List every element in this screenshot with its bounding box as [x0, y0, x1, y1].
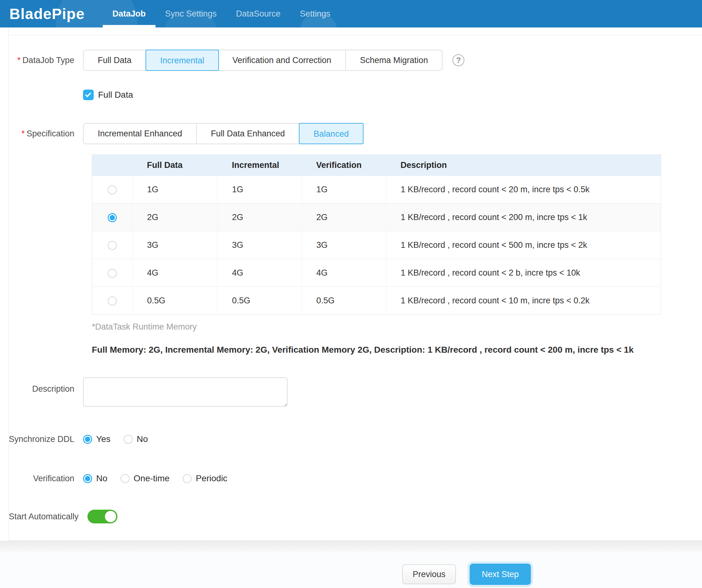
nav-tab-datasource[interactable]: DataSource — [226, 0, 290, 27]
col-header-description: Description — [386, 155, 661, 176]
brand-logo: BladePipe — [9, 5, 85, 22]
full-data-checkbox[interactable] — [83, 90, 94, 100]
checkmark-icon — [85, 91, 91, 97]
panel-bottom-border — [8, 541, 702, 541]
previous-button[interactable]: Previous — [402, 564, 456, 584]
col-header-incremental: Incremental — [218, 155, 302, 176]
full-data-checkbox-row: Full Data — [9, 90, 702, 100]
full-data-checkbox-label[interactable]: Full Data — [98, 90, 133, 100]
cell-full-data: 0.5G — [133, 287, 218, 315]
cell-full-data: 3G — [133, 231, 218, 259]
verification-radio-one-time[interactable] — [121, 474, 130, 483]
row-radio-4g[interactable] — [108, 269, 117, 278]
cell-verification: 3G — [302, 231, 386, 259]
cell-verification: 2G — [302, 203, 386, 231]
table-row: 3G 3G 3G 1 KB/record , record count < 50… — [92, 231, 661, 259]
footer: Previous Next Step — [0, 541, 702, 588]
specification-button-group: Incremental Enhanced Full Data Enhanced … — [83, 123, 363, 144]
description-textarea[interactable] — [83, 377, 287, 407]
description-label: Description — [9, 377, 83, 394]
verification-radio-periodic[interactable] — [183, 474, 192, 483]
start-automatically-row: Start Automatically — [9, 510, 702, 524]
radio-column-header — [92, 155, 133, 176]
footer-gradient — [0, 541, 702, 553]
cell-description: 1 KB/record , record count < 200 m, incr… — [386, 203, 661, 231]
cell-description: 1 KB/record , record count < 2 b, incre … — [386, 259, 661, 287]
col-header-verification: Verification — [302, 155, 386, 176]
datajob-type-option-schema-migration[interactable]: Schema Migration — [346, 50, 442, 70]
top-navbar: BladePipe DataJob Sync Settings DataSour… — [0, 0, 702, 27]
datajob-type-option-full-data[interactable]: Full Data — [84, 50, 146, 70]
datajob-type-button-group: Full Data Incremental Verification and C… — [83, 50, 443, 71]
datajob-type-option-incremental[interactable]: Incremental — [145, 50, 219, 71]
datajob-type-row: *DataJob Type Full Data Incremental Veri… — [9, 50, 702, 71]
description-row: Description — [9, 377, 702, 407]
cell-full-data: 4G — [133, 259, 218, 287]
cell-full-data: 1G — [133, 176, 218, 203]
specification-table: Full Data Incremental Verification Descr… — [92, 154, 661, 315]
cell-incremental: 1G — [218, 176, 302, 203]
table-row: 4G 4G 4G 1 KB/record , record count < 2 … — [92, 259, 661, 287]
verification-radio-no[interactable] — [83, 474, 92, 483]
verification-radio-periodic-label[interactable]: Periodic — [196, 473, 227, 483]
table-row: 1G 1G 1G 1 KB/record , record count < 20… — [92, 176, 661, 203]
cell-incremental: 4G — [218, 259, 302, 287]
table-row-selected: 2G 2G 2G 1 KB/record , record count < 20… — [92, 203, 661, 231]
ddl-radio-yes-label[interactable]: Yes — [96, 434, 111, 444]
cell-incremental: 0.5G — [218, 287, 302, 315]
cell-full-data: 2G — [133, 203, 218, 231]
datajob-type-label: *DataJob Type — [9, 55, 83, 65]
start-automatically-label: Start Automatically — [9, 512, 88, 522]
cell-verification: 4G — [302, 259, 386, 287]
row-radio-05g[interactable] — [108, 296, 117, 306]
nav-tab-datajob[interactable]: DataJob — [103, 0, 155, 27]
footer-actions: Previous Next Step — [0, 553, 702, 585]
cell-description: 1 KB/record , record count < 20 m, incre… — [386, 176, 661, 203]
nav-tabs: DataJob Sync Settings DataSource Setting… — [103, 0, 340, 27]
verification-radio-no-label[interactable]: No — [96, 473, 107, 483]
datajob-form-panel: *DataJob Type Full Data Incremental Veri… — [0, 27, 702, 541]
row-radio-2g[interactable] — [108, 213, 117, 222]
datajob-type-option-verification-correction[interactable]: Verification and Correction — [218, 50, 346, 70]
nav-tab-sync-settings[interactable]: Sync Settings — [155, 0, 226, 27]
cell-incremental: 3G — [218, 231, 302, 259]
specification-label: *Specification — [9, 129, 83, 139]
start-automatically-toggle[interactable] — [88, 510, 117, 524]
required-asterisk: * — [21, 129, 25, 138]
verification-row: Verification No One-time Periodic — [9, 473, 702, 483]
ddl-radio-yes[interactable] — [83, 435, 92, 444]
row-radio-3g[interactable] — [108, 241, 117, 250]
specification-row: *Specification Incremental Enhanced Full… — [9, 123, 702, 144]
next-step-button[interactable]: Next Step — [470, 564, 531, 585]
selection-summary: Full Memory: 2G, Incremental Memory: 2G,… — [92, 345, 702, 355]
datatask-runtime-memory-note: *DataTask Runtime Memory — [92, 322, 702, 332]
nav-tab-settings[interactable]: Settings — [290, 0, 340, 27]
synchronize-ddl-label: Synchronize DDL — [9, 434, 83, 444]
ddl-radio-no-label[interactable]: No — [137, 434, 148, 444]
cell-description: 1 KB/record , record count < 500 m, incr… — [386, 231, 661, 259]
spec-option-balanced[interactable]: Balanced — [299, 123, 363, 144]
spec-option-incremental-enhanced[interactable]: Incremental Enhanced — [84, 124, 197, 144]
toggle-knob — [105, 511, 116, 522]
verification-radio-one-time-label[interactable]: One-time — [134, 473, 169, 483]
spec-option-full-data-enhanced[interactable]: Full Data Enhanced — [197, 124, 300, 144]
cell-description: 1 KB/record , record count < 10 m, incre… — [386, 287, 661, 315]
cell-verification: 1G — [302, 176, 386, 203]
ddl-radio-no[interactable] — [124, 435, 133, 444]
table-header-row: Full Data Incremental Verification Descr… — [92, 155, 661, 176]
synchronize-ddl-row: Synchronize DDL Yes No — [9, 434, 702, 444]
row-radio-1g[interactable] — [108, 185, 117, 194]
cell-verification: 0.5G — [302, 287, 386, 315]
cell-incremental: 2G — [218, 203, 302, 231]
help-icon[interactable]: ? — [453, 54, 464, 66]
required-asterisk: * — [17, 55, 21, 65]
col-header-full-data: Full Data — [133, 155, 218, 176]
verification-label: Verification — [9, 474, 83, 483]
table-row: 0.5G 0.5G 0.5G 1 KB/record , record coun… — [92, 287, 661, 315]
